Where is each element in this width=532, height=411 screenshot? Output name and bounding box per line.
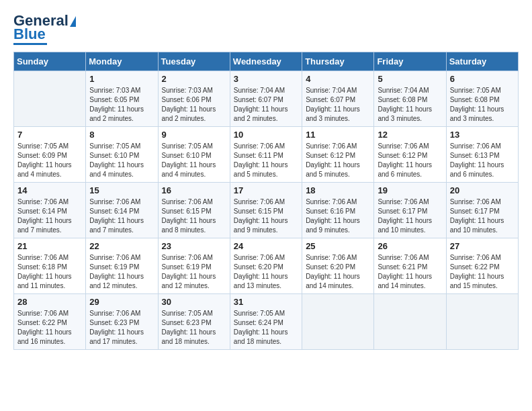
calendar-week-row: 21Sunrise: 7:06 AM Sunset: 6:18 PM Dayli… [14, 238, 519, 294]
day-number: 14 [17, 185, 82, 195]
calendar-cell: 11Sunrise: 7:06 AM Sunset: 6:12 PM Dayli… [302, 127, 374, 183]
day-number: 25 [306, 241, 370, 251]
calendar-cell: 16Sunrise: 7:06 AM Sunset: 6:15 PM Dayli… [158, 183, 230, 238]
calendar-cell [14, 71, 86, 127]
day-number: 18 [306, 185, 370, 195]
calendar-cell: 3Sunrise: 7:04 AM Sunset: 6:07 PM Daylig… [230, 71, 302, 127]
calendar-cell: 10Sunrise: 7:06 AM Sunset: 6:11 PM Dayli… [230, 127, 302, 183]
calendar-header-tuesday: Tuesday [158, 52, 230, 71]
calendar-header-thursday: Thursday [302, 52, 374, 71]
calendar-cell: 29Sunrise: 7:06 AM Sunset: 6:23 PM Dayli… [86, 294, 158, 350]
calendar-cell: 24Sunrise: 7:06 AM Sunset: 6:20 PM Dayli… [230, 238, 302, 294]
day-info: Sunrise: 7:05 AM Sunset: 6:24 PM Dayligh… [234, 309, 298, 347]
calendar-cell: 22Sunrise: 7:06 AM Sunset: 6:19 PM Dayli… [86, 238, 158, 294]
calendar-cell: 8Sunrise: 7:05 AM Sunset: 6:10 PM Daylig… [86, 127, 158, 183]
day-info: Sunrise: 7:06 AM Sunset: 6:17 PM Dayligh… [378, 197, 442, 235]
day-number: 10 [234, 130, 298, 140]
logo-underline [13, 43, 47, 45]
day-info: Sunrise: 7:06 AM Sunset: 6:21 PM Dayligh… [378, 253, 442, 291]
calendar-cell: 23Sunrise: 7:06 AM Sunset: 6:19 PM Dayli… [158, 238, 230, 294]
day-number: 27 [450, 241, 515, 251]
calendar-cell: 20Sunrise: 7:06 AM Sunset: 6:17 PM Dayli… [446, 183, 518, 238]
day-info: Sunrise: 7:06 AM Sunset: 6:19 PM Dayligh… [162, 253, 226, 291]
calendar-table: SundayMondayTuesdayWednesdayThursdayFrid… [13, 52, 519, 350]
day-number: 13 [450, 130, 515, 140]
calendar-cell: 30Sunrise: 7:05 AM Sunset: 6:23 PM Dayli… [158, 294, 230, 350]
calendar-week-row: 1Sunrise: 7:03 AM Sunset: 6:05 PM Daylig… [14, 71, 519, 127]
day-info: Sunrise: 7:04 AM Sunset: 6:07 PM Dayligh… [306, 86, 370, 124]
day-number: 20 [450, 185, 515, 195]
calendar-cell: 6Sunrise: 7:05 AM Sunset: 6:08 PM Daylig… [446, 71, 518, 127]
day-info: Sunrise: 7:06 AM Sunset: 6:14 PM Dayligh… [89, 197, 154, 235]
day-number: 29 [89, 297, 154, 307]
calendar-cell [446, 294, 518, 350]
day-info: Sunrise: 7:06 AM Sunset: 6:17 PM Dayligh… [450, 197, 515, 235]
day-info: Sunrise: 7:06 AM Sunset: 6:15 PM Dayligh… [234, 197, 298, 235]
calendar-cell: 1Sunrise: 7:03 AM Sunset: 6:05 PM Daylig… [86, 71, 158, 127]
calendar-cell: 19Sunrise: 7:06 AM Sunset: 6:17 PM Dayli… [374, 183, 446, 238]
day-number: 8 [89, 130, 154, 140]
day-number: 23 [162, 241, 226, 251]
page-header: General Blue [13, 13, 519, 45]
day-info: Sunrise: 7:06 AM Sunset: 6:11 PM Dayligh… [234, 142, 298, 179]
day-number: 17 [234, 185, 298, 195]
day-info: Sunrise: 7:06 AM Sunset: 6:13 PM Dayligh… [450, 142, 515, 179]
logo: General Blue [13, 13, 76, 45]
day-number: 19 [378, 185, 442, 195]
calendar-week-row: 28Sunrise: 7:06 AM Sunset: 6:22 PM Dayli… [14, 294, 519, 350]
calendar-cell: 5Sunrise: 7:04 AM Sunset: 6:08 PM Daylig… [374, 71, 446, 127]
calendar-header-monday: Monday [86, 52, 158, 71]
day-info: Sunrise: 7:06 AM Sunset: 6:15 PM Dayligh… [162, 197, 226, 235]
calendar-cell: 9Sunrise: 7:05 AM Sunset: 6:10 PM Daylig… [158, 127, 230, 183]
day-number: 21 [17, 241, 82, 251]
day-info: Sunrise: 7:04 AM Sunset: 6:07 PM Dayligh… [234, 86, 298, 124]
day-number: 2 [162, 74, 226, 84]
calendar-cell: 25Sunrise: 7:06 AM Sunset: 6:20 PM Dayli… [302, 238, 374, 294]
day-info: Sunrise: 7:06 AM Sunset: 6:14 PM Dayligh… [17, 197, 82, 235]
day-number: 12 [378, 130, 442, 140]
calendar-header-sunday: Sunday [14, 52, 86, 71]
day-number: 24 [234, 241, 298, 251]
calendar-week-row: 7Sunrise: 7:05 AM Sunset: 6:09 PM Daylig… [14, 127, 519, 183]
day-info: Sunrise: 7:05 AM Sunset: 6:09 PM Dayligh… [17, 142, 82, 179]
calendar-cell: 18Sunrise: 7:06 AM Sunset: 6:16 PM Dayli… [302, 183, 374, 238]
day-info: Sunrise: 7:06 AM Sunset: 6:18 PM Dayligh… [17, 253, 82, 291]
calendar-header-wednesday: Wednesday [230, 52, 302, 71]
day-number: 4 [306, 74, 370, 84]
logo-blue-text: Blue [13, 27, 46, 42]
day-number: 6 [450, 74, 515, 84]
day-info: Sunrise: 7:05 AM Sunset: 6:08 PM Dayligh… [450, 86, 515, 124]
day-info: Sunrise: 7:06 AM Sunset: 6:19 PM Dayligh… [89, 253, 154, 291]
calendar-cell [374, 294, 446, 350]
calendar-cell: 15Sunrise: 7:06 AM Sunset: 6:14 PM Dayli… [86, 183, 158, 238]
day-number: 11 [306, 130, 370, 140]
calendar-header-saturday: Saturday [446, 52, 518, 71]
day-number: 26 [378, 241, 442, 251]
day-info: Sunrise: 7:05 AM Sunset: 6:10 PM Dayligh… [162, 142, 226, 179]
calendar-cell: 2Sunrise: 7:03 AM Sunset: 6:06 PM Daylig… [158, 71, 230, 127]
day-number: 9 [162, 130, 226, 140]
day-number: 1 [89, 74, 154, 84]
day-info: Sunrise: 7:04 AM Sunset: 6:08 PM Dayligh… [378, 86, 442, 124]
calendar-cell: 7Sunrise: 7:05 AM Sunset: 6:09 PM Daylig… [14, 127, 86, 183]
day-number: 30 [162, 297, 226, 307]
day-info: Sunrise: 7:05 AM Sunset: 6:10 PM Dayligh… [89, 142, 154, 179]
day-number: 28 [17, 297, 82, 307]
day-info: Sunrise: 7:06 AM Sunset: 6:16 PM Dayligh… [306, 197, 370, 235]
day-number: 31 [234, 297, 298, 307]
calendar-cell: 21Sunrise: 7:06 AM Sunset: 6:18 PM Dayli… [14, 238, 86, 294]
calendar-cell: 4Sunrise: 7:04 AM Sunset: 6:07 PM Daylig… [302, 71, 374, 127]
day-info: Sunrise: 7:06 AM Sunset: 6:12 PM Dayligh… [306, 142, 370, 179]
calendar-week-row: 14Sunrise: 7:06 AM Sunset: 6:14 PM Dayli… [14, 183, 519, 238]
calendar-header-friday: Friday [374, 52, 446, 71]
calendar-cell: 17Sunrise: 7:06 AM Sunset: 6:15 PM Dayli… [230, 183, 302, 238]
day-info: Sunrise: 7:06 AM Sunset: 6:12 PM Dayligh… [378, 142, 442, 179]
day-number: 15 [89, 185, 154, 195]
day-info: Sunrise: 7:03 AM Sunset: 6:06 PM Dayligh… [162, 86, 226, 124]
day-info: Sunrise: 7:06 AM Sunset: 6:22 PM Dayligh… [450, 253, 515, 291]
day-number: 3 [234, 74, 298, 84]
calendar-cell: 12Sunrise: 7:06 AM Sunset: 6:12 PM Dayli… [374, 127, 446, 183]
day-info: Sunrise: 7:06 AM Sunset: 6:20 PM Dayligh… [234, 253, 298, 291]
calendar-cell: 26Sunrise: 7:06 AM Sunset: 6:21 PM Dayli… [374, 238, 446, 294]
day-info: Sunrise: 7:03 AM Sunset: 6:05 PM Dayligh… [89, 86, 154, 124]
